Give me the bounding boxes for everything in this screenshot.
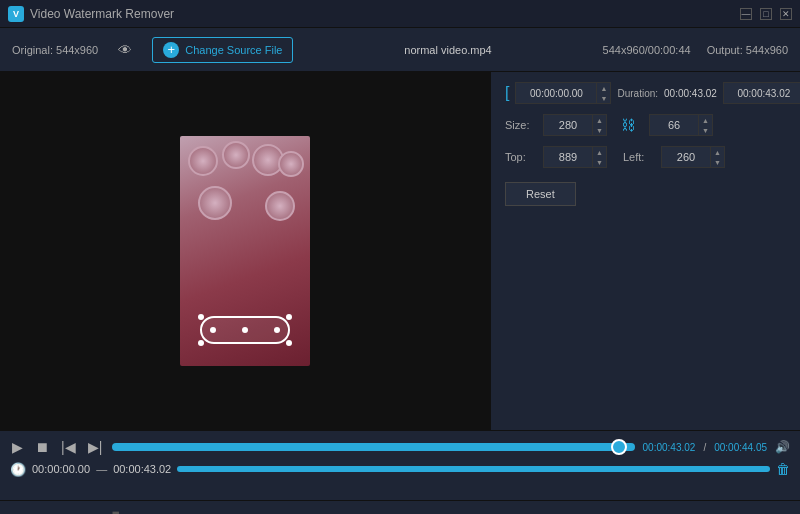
prev-frame-button[interactable]: |◀ xyxy=(59,437,78,457)
watermark-handle-tr[interactable] xyxy=(286,314,292,320)
timeline-thumb[interactable] xyxy=(611,439,627,455)
next-frame-button[interactable]: ▶| xyxy=(86,437,105,457)
left-value-group: ▲ ▼ xyxy=(661,146,725,168)
change-source-label: Change Source File xyxy=(185,44,282,56)
top-label: Top: xyxy=(505,151,535,163)
arrow-down-icon: ⬇ xyxy=(104,506,127,514)
photo-circle xyxy=(278,151,304,177)
watermark-center-dot xyxy=(242,327,248,333)
left-down[interactable]: ▼ xyxy=(711,157,724,167)
top-value-group: ▲ ▼ xyxy=(543,146,607,168)
reset-button[interactable]: Reset xyxy=(505,182,576,206)
add-watermark-inner: ⬇ + Add watermark removing area xyxy=(20,506,212,514)
end-time-input[interactable] xyxy=(723,82,800,104)
size-width-group: ▲ ▼ xyxy=(543,114,607,136)
minimize-btn[interactable]: — xyxy=(740,8,752,20)
start-time-input[interactable] xyxy=(515,82,597,104)
clip-track[interactable] xyxy=(177,466,770,472)
size-width-input[interactable] xyxy=(543,114,593,136)
clip-start: 00:00:00.00 xyxy=(32,463,90,475)
maximize-btn[interactable]: □ xyxy=(760,8,772,20)
duration-value: 00:00:43.02 xyxy=(664,88,717,99)
position-row: Top: ▲ ▼ Left: ▲ ▼ xyxy=(505,146,786,168)
change-source-button[interactable]: + Change Source File xyxy=(152,37,293,63)
watermark-handle-br[interactable] xyxy=(286,340,292,346)
size-row: Size: ▲ ▼ ⛓ ▲ ▼ xyxy=(505,114,786,136)
watermark-handle-tl[interactable] xyxy=(198,314,204,320)
top-up[interactable]: ▲ xyxy=(593,147,606,157)
start-time-group: ▲ ▼ xyxy=(515,82,611,104)
photo-circle xyxy=(265,191,295,221)
timeline-controls: ▶ ⏹ |◀ ▶| 00:00:43.02 / 00:00:44.05 🔊 xyxy=(10,437,790,457)
right-panel: [ ▲ ▼ Duration: 00:00:43.02 ▲ ▼ ] Size xyxy=(490,72,800,430)
top-input[interactable] xyxy=(543,146,593,168)
total-time: 00:00:44.05 xyxy=(714,442,767,453)
photo-circle xyxy=(198,186,232,220)
video-frame xyxy=(180,136,310,366)
left-spinner: ▲ ▼ xyxy=(711,146,725,168)
play-button[interactable]: ▶ xyxy=(10,437,25,457)
size-width-spinner: ▲ ▼ xyxy=(593,114,607,136)
window-controls: — □ ✕ xyxy=(740,8,792,20)
size-height-input[interactable] xyxy=(649,114,699,136)
size-width-down[interactable]: ▼ xyxy=(593,125,606,135)
size-height-group: ▲ ▼ xyxy=(649,114,713,136)
toolbar: Original: 544x960 👁 + Change Source File… xyxy=(0,28,800,72)
top-down[interactable]: ▼ xyxy=(593,157,606,167)
stop-button[interactable]: ⏹ xyxy=(33,437,51,457)
watermark-selection-box[interactable] xyxy=(200,316,290,344)
end-time-group: ▲ ▼ xyxy=(723,82,800,104)
file-name: normal video.mp4 xyxy=(309,44,586,56)
size-label: Size: xyxy=(505,119,535,131)
size-height-spinner: ▲ ▼ xyxy=(699,114,713,136)
clock-icon: 🕐 xyxy=(10,462,26,477)
title-bar: V Video Watermark Remover — □ ✕ xyxy=(0,0,800,28)
size-height-down[interactable]: ▼ xyxy=(699,125,712,135)
timeline-track[interactable] xyxy=(112,443,634,451)
original-dims-label: Original: 544x960 xyxy=(12,44,98,56)
left-label: Left: xyxy=(623,151,653,163)
left-up[interactable]: ▲ xyxy=(711,147,724,157)
delete-clip-icon[interactable]: 🗑 xyxy=(776,461,790,477)
size-height-up[interactable]: ▲ xyxy=(699,115,712,125)
photo-circle xyxy=(188,146,218,176)
top-spinner: ▲ ▼ xyxy=(593,146,607,168)
size-width-up[interactable]: ▲ xyxy=(593,115,606,125)
main-content: [ ▲ ▼ Duration: 00:00:43.02 ▲ ▼ ] Size xyxy=(0,72,800,430)
close-btn[interactable]: ✕ xyxy=(780,8,792,20)
output-dims-label: Output: 544x960 xyxy=(707,44,788,56)
start-time-spinner: ▲ ▼ xyxy=(597,82,611,104)
clip-end: 00:00:43.02 xyxy=(113,463,171,475)
link-icon[interactable]: ⛓ xyxy=(615,117,641,133)
app-title: Video Watermark Remover xyxy=(30,7,174,21)
file-dims: 544x960/00:00:44 xyxy=(603,44,691,56)
watermark-handle-bl[interactable] xyxy=(198,340,204,346)
duration-label: Duration: xyxy=(617,88,658,99)
open-bracket: [ xyxy=(505,84,509,102)
app-icon: V xyxy=(8,6,24,22)
add-watermark-area: ⬇ + Add watermark removing area xyxy=(0,500,800,514)
eye-button[interactable]: 👁 xyxy=(114,39,136,61)
video-preview xyxy=(0,72,490,430)
timeline-area: ▶ ⏹ |◀ ▶| 00:00:43.02 / 00:00:44.05 🔊 🕐 … xyxy=(0,430,800,500)
volume-icon[interactable]: 🔊 xyxy=(775,440,790,454)
current-time: 00:00:43.02 xyxy=(643,442,696,453)
left-input[interactable] xyxy=(661,146,711,168)
time-row: [ ▲ ▼ Duration: 00:00:43.02 ▲ ▼ ] xyxy=(505,82,786,104)
photo-circle xyxy=(222,141,250,169)
start-time-up[interactable]: ▲ xyxy=(597,83,610,93)
clip-row: 🕐 00:00:00.00 — 00:00:43.02 🗑 xyxy=(10,461,790,477)
start-time-down[interactable]: ▼ xyxy=(597,93,610,103)
plus-circle-icon: + xyxy=(163,42,179,58)
